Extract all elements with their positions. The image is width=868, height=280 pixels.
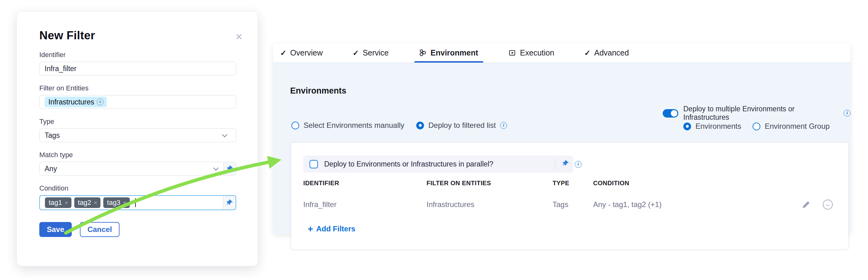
remove-tag-icon[interactable]: × (94, 199, 97, 206)
radio-selected-icon[interactable] (683, 123, 691, 130)
radio-label: Environment Group (765, 122, 830, 131)
remove-row-icon[interactable]: – (823, 200, 833, 210)
row-filter-on-entities: Infrastructures (427, 200, 474, 209)
tab-label: Environment (431, 48, 478, 57)
text-caret (135, 198, 136, 207)
pin-button[interactable] (223, 162, 236, 175)
identifier-label: Identifier (39, 51, 236, 59)
row-type: Tags (553, 200, 568, 209)
stage-tabbar: ✓ Overview ✓ Service Environment (273, 43, 850, 63)
chevron-down-icon (222, 132, 227, 137)
toggle-label: Deploy to multiple Environments or Infra… (683, 105, 839, 121)
check-icon: ✓ (584, 49, 590, 57)
parallel-checkbox[interactable] (310, 160, 318, 168)
info-icon[interactable]: i (844, 110, 850, 117)
tab-label: Service (363, 48, 389, 57)
condition-input[interactable]: tag1 × tag2 × tag3 × (39, 195, 236, 210)
identifier-value: Infra_filter (44, 65, 76, 73)
check-icon: ✓ (280, 49, 286, 57)
filter-on-entities-field-group: Filter on Entities Infrastructures × (39, 84, 236, 109)
pin-icon (226, 199, 234, 206)
entity-chip: Infrastructures × (44, 97, 107, 107)
chevron-down-icon (213, 165, 219, 171)
tag-chip: tag1 × (45, 197, 71, 208)
close-icon[interactable]: × (233, 31, 245, 43)
match-type-value: Any (44, 165, 57, 173)
condition-label: Condition (39, 184, 236, 193)
tag-label: tag3 (107, 199, 120, 207)
remove-tag-icon[interactable]: × (123, 199, 127, 206)
save-button[interactable]: Save (39, 222, 72, 237)
tab-environment[interactable]: Environment (419, 43, 478, 62)
remove-entity-icon[interactable]: × (97, 99, 103, 105)
add-filters-button[interactable]: + Add Filters (308, 224, 355, 233)
type-select[interactable]: Tags (39, 129, 236, 142)
tab-execution[interactable]: Execution (508, 43, 554, 62)
tag-label: tag2 (78, 199, 91, 207)
radio-selected-icon[interactable] (416, 121, 424, 129)
tab-label: Advanced (594, 48, 629, 57)
info-icon[interactable]: i (500, 122, 507, 129)
deploy-parallel-row: Deploy to Environments or Infrastructure… (303, 155, 573, 173)
col-header-filter-on-entities: FILTER ON ENTITIES (427, 180, 491, 187)
match-type-select[interactable]: Any (39, 162, 236, 176)
remove-tag-icon[interactable]: × (65, 199, 68, 206)
deploy-multiple-toggle-row: Deploy to multiple Environments or Infra… (663, 105, 850, 121)
check-icon: ✓ (352, 49, 359, 57)
add-filters-label: Add Filters (316, 224, 355, 233)
col-header-type: TYPE (553, 180, 569, 187)
plus-icon: + (308, 224, 313, 233)
radio-deploy-filtered-list[interactable]: Deploy to filtered list i (416, 121, 507, 130)
identifier-field-group: Identifier Infra_filter (39, 51, 236, 75)
tab-advanced[interactable]: ✓ Advanced (584, 43, 629, 62)
filters-card: Deploy to Environments or Infrastructure… (291, 142, 849, 249)
tag-chip: tag2 × (74, 197, 101, 208)
radio-icon[interactable] (291, 121, 299, 129)
toggle-knob (671, 110, 677, 117)
radio-select-manually[interactable]: Select Environments manually (291, 121, 404, 130)
tab-label: Overview (290, 48, 322, 57)
tag-label: tag1 (49, 199, 62, 207)
execution-play-icon (508, 49, 516, 57)
filter-on-entities-input[interactable]: Infrastructures × (39, 95, 236, 109)
radio-icon[interactable] (752, 123, 761, 130)
match-type-label: Match type (39, 151, 236, 159)
tab-service[interactable]: ✓ Service (352, 43, 389, 62)
toggle-on[interactable] (663, 109, 678, 117)
divider (555, 158, 555, 170)
identifier-input[interactable]: Infra_filter (39, 62, 236, 75)
radio-environments[interactable]: Environments (683, 122, 741, 131)
modal-buttons: Save Cancel (39, 222, 236, 237)
environments-heading: Environments (290, 86, 346, 96)
pin-button[interactable] (562, 160, 569, 169)
pin-button[interactable] (223, 196, 236, 210)
cancel-button[interactable]: Cancel (80, 222, 120, 237)
condition-field-group: Condition tag1 × tag2 × tag3 × (39, 184, 236, 210)
new-filter-modal: New Filter × Identifier Infra_filter Fil… (17, 11, 258, 266)
col-header-identifier: IDENTIFIER (303, 180, 339, 187)
type-value: Tags (44, 131, 60, 140)
entity-chip-label: Infrastructures (49, 98, 94, 106)
radio-environment-group[interactable]: Environment Group (752, 122, 830, 131)
edit-pencil-icon[interactable] (802, 200, 811, 209)
tag-chip: tag3 × (103, 197, 130, 208)
row-condition: Any - tag1, tag2 (+1) (593, 200, 661, 209)
radio-label: Select Environments manually (304, 121, 404, 130)
type-label: Type (39, 117, 236, 126)
info-icon[interactable]: i (575, 161, 582, 168)
pin-icon (226, 165, 234, 172)
pipeline-stage-panel: ✓ Overview ✓ Service Environment (273, 43, 850, 234)
pin-icon (562, 160, 569, 167)
parallel-label: Deploy to Environments or Infrastructure… (324, 160, 493, 168)
environment-hexagons-icon (419, 49, 427, 57)
environment-tab-body: Environments Select Environments manuall… (273, 63, 850, 234)
match-type-field-group: Match type Any (39, 151, 236, 176)
row-actions: – (802, 200, 833, 210)
type-field-group: Type Tags (39, 117, 236, 142)
radio-label: Deploy to filtered list (428, 121, 496, 130)
tab-overview[interactable]: ✓ Overview (280, 43, 322, 62)
radio-label: Environments (695, 122, 741, 131)
tab-label: Execution (520, 48, 554, 57)
modal-title: New Filter (39, 29, 236, 42)
page: New Filter × Identifier Infra_filter Fil… (0, 0, 868, 280)
